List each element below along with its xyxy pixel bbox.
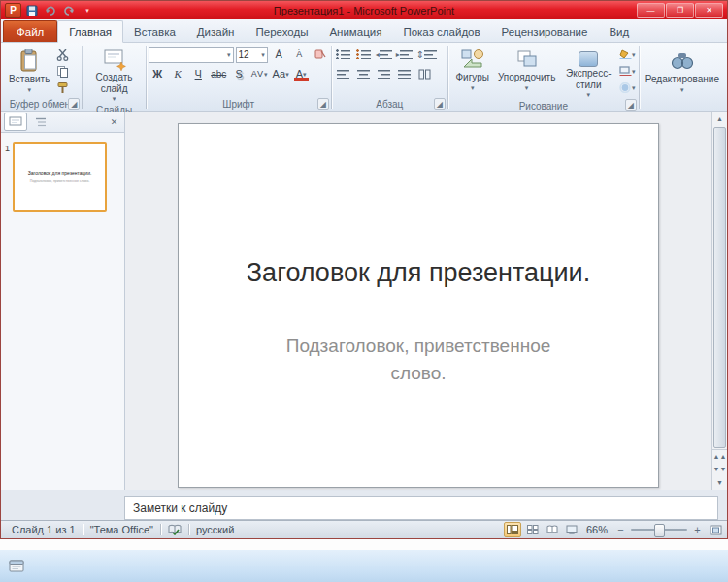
zoom-level[interactable]: 66% (583, 524, 611, 535)
zoom-in-icon[interactable]: + (691, 524, 704, 535)
tab-slides-thumbnails[interactable] (4, 113, 27, 131)
fit-to-window-icon (710, 525, 722, 535)
bullets-button[interactable] (334, 47, 352, 62)
shrink-font-glyph: А̀ (296, 49, 302, 59)
tab-animation[interactable]: Анимация (318, 21, 392, 42)
clipboard-dialog-launcher-icon[interactable]: ◢ (68, 98, 80, 110)
italic-button[interactable]: К (169, 66, 187, 81)
shape-fill-button[interactable]: ▾ (618, 47, 637, 62)
slideshow-view-button[interactable] (564, 523, 579, 536)
language-status[interactable]: русский (189, 524, 241, 535)
line-spacing-button[interactable]: ⇕ (415, 47, 438, 62)
spellcheck-status[interactable] (161, 524, 188, 535)
copy-button[interactable] (53, 63, 72, 79)
underline-button[interactable]: Ч (189, 66, 208, 81)
title-bar[interactable]: P ▾ Презентация1 - Microsoft PowerPoint … (1, 1, 727, 19)
minimize-button[interactable]: — (637, 3, 665, 18)
format-painter-button[interactable] (53, 80, 72, 95)
arrange-dropdown-icon: ▾ (525, 84, 529, 91)
grow-font-button[interactable]: А́ (270, 47, 288, 62)
group-label-clipboard: Буфер обмена (10, 99, 76, 110)
align-left-button[interactable] (334, 66, 352, 81)
undo-icon[interactable] (43, 4, 58, 17)
quick-styles-button[interactable]: Экспресс-стили ▾ (559, 45, 618, 101)
zoom-slider-thumb[interactable] (654, 524, 665, 537)
arrange-button[interactable]: Упорядочить ▾ (495, 45, 559, 94)
slide-thumbnail[interactable]: Заголовок для презентации. Подзаголовок,… (13, 142, 107, 212)
shape-effects-button[interactable]: ▾ (618, 80, 637, 95)
repeat-icon[interactable] (61, 4, 77, 17)
strikethrough-button[interactable]: abc (210, 66, 228, 81)
justify-button[interactable] (395, 66, 414, 81)
clear-formatting-button[interactable] (311, 47, 329, 62)
vertical-scrollbar[interactable]: ▲ ▲▲ ▼▼ ▼ (711, 112, 727, 490)
shape-outline-button[interactable]: ▾ (618, 63, 637, 79)
tab-home[interactable]: Главная (57, 20, 123, 43)
scroll-up-icon[interactable]: ▲ (712, 112, 727, 126)
shrink-font-button[interactable]: А̀ (290, 47, 309, 62)
normal-view-button[interactable] (504, 522, 521, 537)
close-pane-icon[interactable]: ✕ (107, 114, 121, 129)
window-controls: — ❐ ✕ (637, 3, 727, 18)
tab-slideshow[interactable]: Показ слайдов (392, 21, 490, 42)
background-window-icon[interactable] (9, 559, 25, 573)
tab-view[interactable]: Вид (598, 21, 640, 42)
slide-counter[interactable]: Слайд 1 из 1 (5, 524, 83, 535)
tab-outline[interactable] (29, 113, 52, 131)
font-dialog-launcher-icon[interactable]: ◢ (317, 98, 329, 110)
notes-input[interactable]: Заметки к слайду (124, 496, 718, 520)
next-slide-icon[interactable]: ▼▼ (712, 463, 727, 475)
powerpoint-app-icon[interactable]: P (5, 3, 21, 18)
tab-file[interactable]: Файл (3, 20, 57, 42)
text-shadow-button[interactable]: S (230, 66, 248, 81)
font-size-combobox[interactable]: 12 ▾ (236, 47, 268, 63)
scroll-down-icon[interactable]: ▼ (712, 475, 727, 490)
grow-font-glyph: А́ (276, 48, 282, 60)
slide-title-text[interactable]: Заголовок для презентации. (179, 258, 658, 288)
character-spacing-button[interactable]: AV▾ (250, 66, 270, 81)
customize-qat-arrow-icon[interactable]: ▾ (80, 4, 95, 17)
tab-insert[interactable]: Вставка (123, 21, 186, 42)
zoom-slider[interactable] (631, 529, 687, 531)
increase-indent-button[interactable]: ▸ (395, 47, 414, 62)
ribbon-tab-bar: Файл Главная Вставка Дизайн Переходы Ани… (1, 19, 727, 43)
close-button[interactable]: ✕ (695, 3, 723, 18)
tab-design[interactable]: Дизайн (186, 21, 246, 42)
theme-name[interactable]: "Тема Office" (83, 524, 160, 535)
align-right-button[interactable] (375, 66, 393, 81)
new-slide-button[interactable]: Создать слайд ▾ (85, 45, 144, 105)
decrease-indent-button[interactable]: ◂ (375, 47, 393, 62)
scrollbar-thumb[interactable] (713, 127, 726, 448)
fit-to-window-button[interactable] (708, 523, 723, 536)
cut-button[interactable] (53, 47, 72, 62)
font-name-combobox[interactable]: ▾ (149, 47, 234, 63)
tab-transitions[interactable]: Переходы (245, 21, 318, 42)
zoom-out-icon[interactable]: − (614, 524, 627, 535)
slide-canvas[interactable]: Заголовок для презентации. Подзаголовок,… (178, 123, 659, 488)
shape-outline-dropdown-icon: ▾ (632, 68, 636, 75)
decrease-indent-icon (380, 49, 392, 59)
slide-sorter-view-button[interactable] (525, 523, 541, 536)
paste-button[interactable]: Вставить ▾ (5, 45, 53, 96)
slides-pane-tabs: ✕ (1, 112, 124, 133)
shapes-icon (460, 48, 485, 71)
drawing-dialog-launcher-icon[interactable]: ◢ (625, 99, 637, 111)
bold-button[interactable]: Ж (149, 66, 167, 81)
previous-slide-icon[interactable]: ▲▲ (712, 450, 727, 463)
reading-view-button[interactable] (545, 523, 560, 536)
align-center-button[interactable] (354, 66, 373, 81)
shapes-button[interactable]: Фигуры ▾ (450, 45, 495, 94)
change-case-button[interactable]: Аа▾ (272, 66, 290, 81)
paragraph-dialog-launcher-icon[interactable]: ◢ (434, 98, 446, 110)
editing-button[interactable]: Редактирование ▾ (642, 47, 723, 96)
save-icon[interactable] (24, 4, 40, 17)
tab-review[interactable]: Рецензирование (491, 21, 599, 42)
font-color-button[interactable]: А▾ (292, 66, 311, 81)
ribbon: Вставить ▾ Буфер обмена ◢ (1, 43, 727, 112)
numbering-button[interactable] (354, 47, 373, 62)
slide-subtitle-text[interactable]: Подзаголовок, приветственное слово. (258, 333, 579, 386)
new-slide-icon (102, 48, 127, 71)
slide-editor-area[interactable]: Заголовок для презентации. Подзаголовок,… (125, 112, 711, 490)
maximize-button[interactable]: ❐ (666, 3, 694, 18)
columns-button[interactable] (415, 66, 434, 81)
